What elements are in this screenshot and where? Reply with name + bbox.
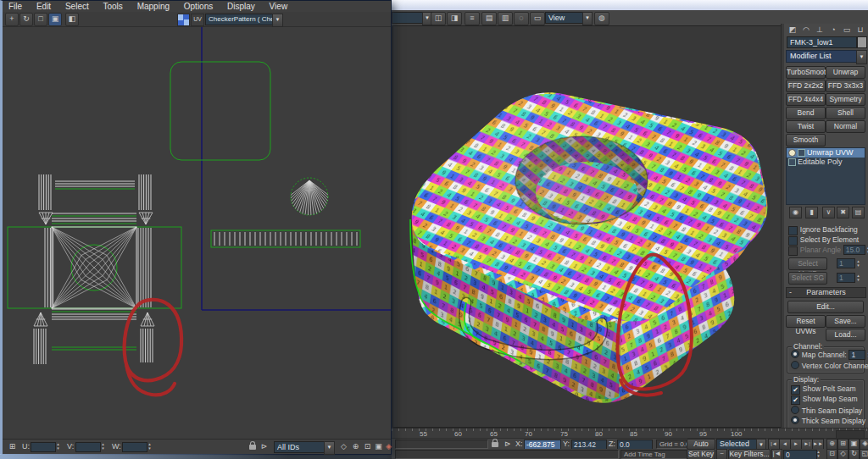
btn-shell[interactable]: Shell — [826, 107, 865, 119]
modifier-list-dropdown[interactable]: Modifier List — [786, 50, 860, 63]
btn-ffd-3x3x3[interactable]: FFD 3x3x3 — [826, 80, 865, 92]
current-frame-field[interactable]: 0 — [783, 450, 817, 459]
select-sg-field[interactable]: 1 — [837, 273, 855, 283]
vertex-color-radio[interactable] — [791, 361, 799, 369]
tab-modify-icon[interactable]: ◠ — [800, 25, 812, 35]
btn-twist[interactable]: Twist — [786, 120, 826, 133]
show-end-result-icon[interactable]: ▮ — [805, 207, 818, 218]
select-sg-button[interactable]: Select SG — [788, 272, 827, 285]
w-field[interactable] — [122, 442, 147, 452]
show-map-seam-checkbox[interactable]: ✔ — [791, 395, 800, 405]
render-view-arrow-icon[interactable]: ▼ — [582, 12, 593, 25]
mat-id-filter-dropdown[interactable]: All IDs — [274, 441, 330, 453]
schematic-view-icon[interactable]: ▥ — [498, 12, 513, 25]
v-field[interactable] — [75, 442, 101, 452]
btn-normal[interactable]: Normal — [826, 120, 865, 133]
menu-display[interactable]: Display — [221, 1, 261, 12]
thick-seam-radio[interactable] — [791, 416, 799, 424]
thick-seam-row[interactable]: Thick Seam Display — [791, 416, 865, 425]
mirror-tool-icon[interactable]: ◧ — [65, 13, 79, 26]
uv-space-icon[interactable]: UV — [191, 14, 204, 26]
perspective-viewport[interactable]: 1234567867891234234567897891234534567891… — [392, 25, 782, 428]
zoom-canvas-icon[interactable]: ⊕ — [350, 441, 361, 452]
planar-angle-checkbox[interactable]: ✔ — [788, 246, 798, 256]
absolute-mode-icon[interactable]: ⊞ — [7, 441, 18, 452]
btn-ffd-2x2x2[interactable]: FFD 2x2x2 — [786, 80, 826, 92]
stack-item-editable-poly[interactable]: Editable Poly — [787, 158, 865, 167]
vertex-color-row[interactable]: Vertex Color Channel — [791, 361, 868, 370]
freeform-mode-icon[interactable]: ▣ — [48, 13, 62, 26]
zoom-to-selection-icon[interactable]: ◈ — [383, 441, 394, 452]
pin-stack-icon[interactable]: ◉ — [789, 207, 802, 218]
select-matid-spinner[interactable]: ▴▾ — [855, 259, 861, 268]
modifier-expand-icon[interactable] — [788, 158, 796, 166]
render-view-dropdown[interactable]: View — [545, 12, 586, 24]
uv-edit-canvas[interactable] — [3, 27, 391, 439]
menu-tools[interactable]: Tools — [97, 1, 129, 12]
render-setup-icon[interactable]: ▭ — [530, 12, 545, 25]
select-matid-field[interactable]: 1 — [837, 258, 855, 268]
btn-unwrap-uvw[interactable]: Unwrap UVW — [826, 66, 865, 79]
menu-view[interactable]: View — [264, 1, 294, 12]
btn-ffd-4x4x4[interactable]: FFD 4x4x4 — [786, 93, 826, 106]
texture-pattern-arrow-icon[interactable]: ▼ — [272, 14, 283, 27]
pan-canvas-icon[interactable]: ◇ — [338, 441, 349, 452]
map-channel-radio[interactable] — [791, 350, 799, 358]
editor-lock-icon[interactable] — [249, 445, 256, 450]
rotate-tool-icon[interactable]: ↻ — [19, 13, 33, 26]
tab-display-icon[interactable]: ▭ — [841, 25, 853, 35]
align-icon[interactable]: ◨ — [447, 12, 462, 25]
add-time-tag-field[interactable]: Add Time Tag — [620, 450, 691, 459]
mirror-icon[interactable]: ◫ — [431, 12, 446, 25]
show-map-seam-row[interactable]: ✔ Show Map Seam — [791, 394, 858, 405]
show-map-toggle-icon[interactable] — [177, 14, 190, 26]
uv-island-main-rect[interactable] — [8, 227, 181, 308]
mat-id-filter-arrow-icon[interactable]: ▼ — [324, 441, 335, 455]
modifier-list-arrow-icon[interactable]: ▼ — [856, 50, 867, 64]
tab-hierarchy-icon[interactable]: ⊥ — [814, 25, 826, 35]
tab-motion-icon[interactable]: ◔ — [827, 25, 839, 35]
modifier-expand-icon[interactable] — [798, 149, 805, 157]
menu-file[interactable]: File — [3, 1, 28, 12]
curve-editor-icon[interactable]: ▤ — [481, 12, 497, 25]
menu-mapping[interactable]: Mapping — [131, 1, 175, 12]
u-field[interactable] — [31, 442, 56, 452]
load-button[interactable]: Load... — [826, 329, 865, 341]
planar-angle-field[interactable]: 15.0 — [843, 245, 865, 255]
btn-bend[interactable]: Bend — [786, 107, 826, 119]
u-spinner[interactable]: ▴▾ — [55, 442, 61, 451]
make-unique-icon[interactable]: ∨ — [822, 207, 835, 218]
object-color-swatch[interactable] — [857, 36, 867, 48]
menu-options[interactable]: Options — [178, 1, 219, 12]
parameters-rollout-header[interactable]: - Parameters — [786, 287, 866, 298]
material-editor-icon[interactable]: ◌ — [514, 12, 529, 25]
btn-smooth[interactable]: Smooth — [786, 134, 826, 147]
thin-seam-radio[interactable] — [791, 406, 799, 414]
layer-manager-icon[interactable]: ≡ — [465, 12, 480, 25]
key-filters-button[interactable]: Key Filters... — [728, 449, 771, 459]
macro-recorder-field[interactable] — [395, 440, 488, 449]
tab-create-icon[interactable]: ◩ — [787, 25, 798, 35]
configure-modifier-sets-icon[interactable]: ▤ — [852, 207, 865, 218]
object-name-field[interactable]: FMK-3_low1 — [787, 36, 857, 48]
previous-key-icon[interactable]: |◄ — [771, 449, 782, 459]
scale-tool-icon[interactable]: □ — [34, 13, 47, 26]
uv-island-rounded-square[interactable] — [170, 62, 270, 160]
key-mode-toggle-icon[interactable]: ~ — [716, 449, 727, 459]
orbit-icon[interactable]: ↻ — [849, 449, 860, 459]
save-button[interactable]: Save... — [826, 315, 865, 328]
zoom-region-icon[interactable]: ⊡ — [362, 441, 373, 452]
map-channel-field[interactable]: 1 — [849, 350, 865, 360]
map-channel-row[interactable]: Map Channel: 1▴▾ — [791, 350, 868, 360]
reset-uvws-button[interactable]: Reset UVWs — [786, 315, 826, 328]
v-spinner[interactable]: ▴▾ — [100, 442, 106, 451]
edit-button[interactable]: Edit... — [787, 301, 864, 313]
btn-symmetry[interactable]: Symmetry — [826, 93, 865, 106]
maximize-viewport-icon[interactable]: ◱ — [860, 449, 868, 459]
select-matid-button[interactable]: Select MatID — [788, 257, 827, 270]
frame-spinner[interactable]: ▴▾ — [815, 450, 821, 458]
thin-seam-row[interactable]: Thin Seam Display — [791, 406, 862, 415]
move-tool-icon[interactable]: + — [5, 13, 19, 26]
stack-item-unwrap-uvw[interactable]: Unwrap UVW — [787, 148, 865, 158]
menu-edit[interactable]: Edit — [31, 1, 57, 12]
